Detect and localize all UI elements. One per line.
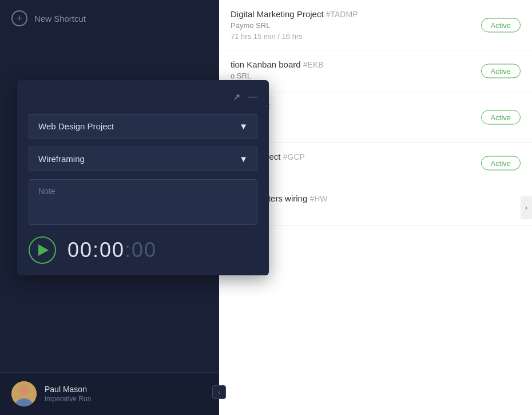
- user-info: Paul Mason Imperative Run: [45, 385, 91, 403]
- status-badge: Active: [481, 18, 521, 32]
- project-company: o SRL: [231, 164, 521, 172]
- timer-display: 00:00:00: [68, 238, 157, 262]
- project-list-item[interactable]: Digital Marketing Project #TADMP Paymo S…: [219, 0, 532, 50]
- collapse-sidebar-button[interactable]: ‹: [212, 385, 226, 399]
- project-time: 71 hrs 15 min / 16 hrs: [231, 32, 521, 41]
- timer-dim: :00: [125, 238, 157, 262]
- svg-point-1: [19, 385, 29, 396]
- project-title: Headquarters wiring #HW: [231, 193, 521, 203]
- project-company: Paymo SRL: [231, 21, 521, 30]
- project-title: Chart Project #GCP: [231, 152, 521, 161]
- status-badge: Active: [481, 156, 521, 171]
- play-icon: [38, 244, 49, 256]
- new-shortcut-label: New Shortcut: [34, 14, 86, 23]
- project-title: Chart #GC: [231, 101, 521, 111]
- task-dropdown-arrow: ▼: [239, 154, 248, 164]
- project-company: ATS T...: [231, 205, 521, 214]
- timer-panel-header: ↗ —: [29, 92, 257, 102]
- top-bar: + New Shortcut: [0, 0, 219, 37]
- project-company: o SRL: [231, 72, 521, 80]
- project-code: #HW: [309, 194, 327, 203]
- user-company: Imperative Run: [45, 395, 91, 403]
- note-field[interactable]: Note: [29, 179, 257, 225]
- avatar: [11, 381, 37, 406]
- task-dropdown[interactable]: Wireframing ▼: [29, 147, 257, 171]
- task-dropdown-value: Wireframing: [38, 154, 85, 164]
- user-bar: Paul Mason Imperative Run: [0, 372, 219, 415]
- minimize-icon[interactable]: —: [248, 92, 257, 102]
- project-code: #GCP: [283, 152, 305, 161]
- project-title: Digital Marketing Project #TADMP: [231, 9, 521, 19]
- timer-panel: ↗ — Web Design Project ▼ Wireframing ▼ N…: [17, 80, 269, 275]
- new-shortcut-icon: +: [11, 10, 27, 26]
- status-badge: Active: [481, 110, 521, 124]
- user-name: Paul Mason: [45, 385, 91, 394]
- project-code: #EKB: [303, 60, 324, 69]
- timer-bright: 00:00: [68, 238, 125, 262]
- expand-icon[interactable]: ↗: [233, 92, 240, 102]
- project-dropdown-arrow: ▼: [239, 121, 248, 131]
- left-sidebar: + New Shortcut ↗ — Web Design Project ▼ …: [0, 0, 219, 415]
- timer-row: 00:00:00: [29, 236, 257, 264]
- project-title: tion Kanban board #EKB: [231, 60, 521, 69]
- project-dropdown[interactable]: Web Design Project ▼: [29, 114, 257, 139]
- note-placeholder: Note: [38, 187, 55, 196]
- scroll-right-button[interactable]: ›: [521, 196, 532, 219]
- project-company: o SRL: [231, 113, 521, 122]
- project-dropdown-value: Web Design Project: [38, 121, 114, 131]
- play-button[interactable]: [29, 236, 56, 264]
- project-time: Y 120 hrs: [231, 124, 521, 133]
- project-code: #TADMP: [326, 10, 358, 19]
- status-badge: Active: [481, 64, 521, 78]
